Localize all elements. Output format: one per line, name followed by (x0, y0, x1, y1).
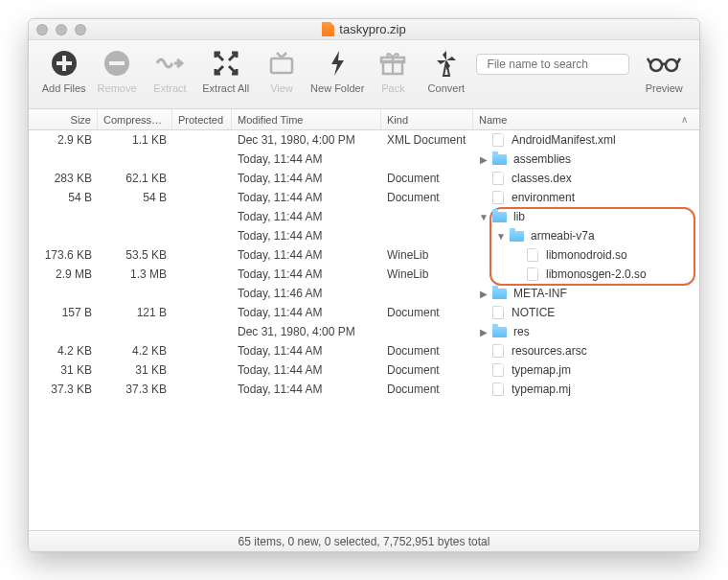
window-title: taskypro.zip (29, 22, 699, 36)
file-name-label: environment (512, 191, 575, 204)
table-row[interactable]: 4.2 KB4.2 KBToday, 11:44 AMDocument▶reso… (29, 341, 699, 360)
table-row[interactable]: 2.9 KB1.1 KBDec 31, 1980, 4:00 PMXML Doc… (29, 130, 699, 150)
zoom-icon[interactable] (75, 24, 86, 35)
file-name-label: classes.dex (512, 172, 572, 185)
status-text: 65 items, 0 new, 0 selected, 7,752,951 b… (239, 535, 490, 548)
header-protected[interactable]: Protected (172, 109, 232, 129)
new-folder-button[interactable]: New Folder (309, 48, 366, 94)
folder-icon (492, 327, 507, 337)
table-row[interactable]: 157 B121 BToday, 11:44 AMDocument▶NOTICE (29, 303, 699, 322)
svg-point-10 (650, 59, 662, 71)
tv-icon (266, 48, 297, 79)
header-compressed[interactable]: Compress… (98, 109, 172, 129)
windmill-icon (431, 48, 462, 79)
table-row[interactable]: 2.9 MB1.3 MBToday, 11:44 AMWineLib▶libmo… (29, 265, 699, 284)
file-name-label: res (513, 325, 530, 338)
table-row[interactable]: 31 KB31 KBToday, 11:44 AMDocument▶typema… (29, 360, 699, 380)
file-icon (527, 267, 538, 281)
archive-window: taskypro.zip Add Files Remove Extract (28, 18, 700, 552)
header-kind[interactable]: Kind (381, 109, 473, 129)
chevron-right-icon[interactable]: ▶ (479, 289, 489, 299)
view-button[interactable]: View (256, 48, 307, 94)
folder-icon (510, 231, 524, 242)
chevron-right-icon[interactable]: ▶ (479, 154, 489, 165)
pack-button[interactable]: Pack (368, 48, 419, 94)
sort-asc-icon: ∧ (681, 114, 694, 125)
file-icon (492, 344, 504, 358)
folder-icon (492, 212, 507, 222)
table-row[interactable]: Today, 11:44 AM▼armeabi-v7a (29, 226, 699, 245)
extract-all-icon (211, 48, 241, 79)
table-row[interactable]: Today, 11:44 AM▶assemblies (29, 150, 699, 169)
search-input[interactable] (488, 58, 631, 71)
file-icon (492, 133, 504, 147)
lightning-icon (322, 48, 353, 79)
extract-all-button[interactable]: Extract All (197, 48, 254, 94)
file-icon (492, 383, 504, 396)
file-name-label: resources.arsc (512, 344, 587, 358)
header-modified-time[interactable]: Modified Time (232, 109, 381, 129)
extract-button[interactable]: Extract (145, 48, 195, 94)
table-row[interactable]: 283 KB62.1 KBToday, 11:44 AMDocument▶cla… (29, 169, 699, 188)
preview-button[interactable]: Preview (639, 48, 690, 94)
table-row[interactable]: 37.3 KB37.3 KBToday, 11:44 AMDocument▶ty… (29, 380, 699, 399)
zip-file-icon (322, 22, 334, 36)
file-icon (492, 363, 504, 377)
file-name-label: typemap.jm (512, 363, 571, 377)
file-name-label: libmonosgen-2.0.so (546, 267, 647, 281)
file-list[interactable]: 2.9 KB1.1 KBDec 31, 1980, 4:00 PMXML Doc… (29, 130, 699, 530)
titlebar[interactable]: taskypro.zip (29, 19, 699, 40)
minus-circle-icon (102, 48, 132, 79)
table-row[interactable]: 54 B54 BToday, 11:44 AMDocument▶environm… (29, 188, 699, 207)
svg-rect-5 (271, 58, 292, 73)
file-name-label: META-INF (513, 287, 567, 300)
remove-button[interactable]: Remove (91, 48, 142, 94)
window-controls (36, 24, 86, 35)
file-icon (492, 172, 504, 185)
minimize-icon[interactable] (56, 24, 67, 35)
header-name[interactable]: Name∧ (473, 109, 699, 129)
title-text: taskypro.zip (339, 22, 405, 36)
chevron-right-icon[interactable]: ▶ (479, 327, 489, 337)
folder-icon (492, 289, 507, 299)
file-name-label: typemap.mj (512, 383, 571, 396)
extract-icon (154, 48, 185, 79)
file-name-label: AndroidManifest.xml (512, 133, 616, 147)
file-name-label: assemblies (513, 152, 571, 166)
file-icon (492, 191, 504, 204)
file-name-label: armeabi-v7a (531, 229, 595, 243)
close-icon[interactable] (36, 24, 48, 35)
table-row[interactable]: Dec 31, 1980, 4:00 PM▶res (29, 322, 699, 341)
toolbar: Add Files Remove Extract Extract All Vie… (29, 40, 699, 109)
glasses-icon (647, 48, 681, 79)
file-name-label: libmonodroid.so (546, 248, 627, 262)
file-icon (492, 306, 504, 319)
svg-rect-4 (109, 61, 125, 65)
table-row[interactable]: Today, 11:44 AM▼lib (29, 207, 699, 226)
table-row[interactable]: Today, 11:46 AM▶META-INF (29, 284, 699, 303)
add-files-button[interactable]: Add Files (38, 48, 89, 94)
file-icon (527, 248, 538, 262)
status-bar: 65 items, 0 new, 0 selected, 7,752,951 b… (29, 530, 699, 551)
search-field[interactable] (476, 54, 629, 75)
header-size[interactable]: Size (29, 109, 98, 129)
svg-point-11 (666, 59, 677, 71)
chevron-down-icon[interactable]: ▼ (479, 212, 489, 222)
folder-icon (492, 154, 507, 165)
file-name-label: NOTICE (512, 306, 555, 319)
plus-circle-icon (49, 48, 80, 79)
table-row[interactable]: 173.6 KB53.5 KBToday, 11:44 AMWineLib▶li… (29, 245, 699, 265)
chevron-down-icon[interactable]: ▼ (496, 231, 506, 242)
svg-rect-2 (57, 61, 72, 65)
column-headers: Size Compress… Protected Modified Time K… (29, 109, 699, 130)
convert-button[interactable]: Convert (421, 48, 471, 94)
file-name-label: lib (513, 210, 525, 223)
gift-icon (377, 48, 408, 79)
